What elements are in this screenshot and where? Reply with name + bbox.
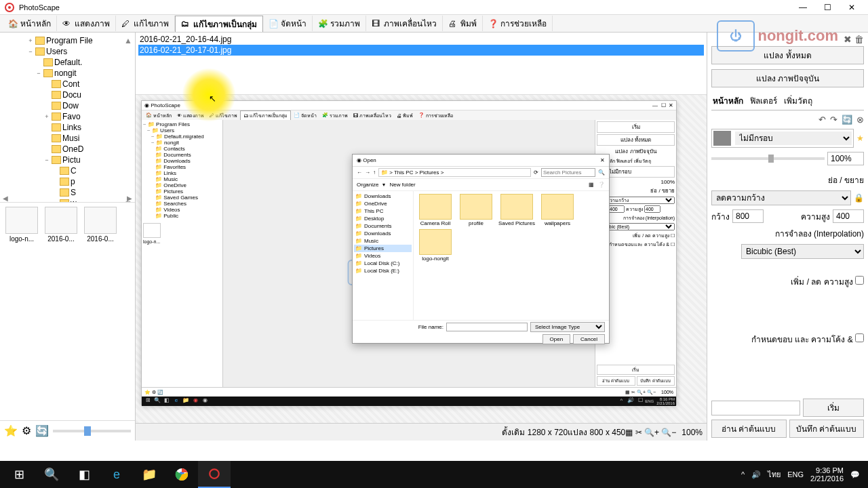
filename-input[interactable] [446,323,528,331]
search-icon[interactable]: 🔍 [598,169,605,176]
tray-lang[interactable]: ENG [787,470,804,479]
dialog-side-item[interactable]: 📁Desktop [354,215,412,222]
chrome-icon[interactable] [165,461,198,488]
delete-icon[interactable]: ✖ [844,34,852,45]
tree-node[interactable]: +Program File▲ [3,35,132,46]
tree-node[interactable]: −nongit [3,68,132,79]
dialog-side-item[interactable]: 📁This PC [354,207,412,215]
close-button[interactable]: ✕ [840,1,864,14]
dialog-side-item[interactable]: 📁Downloads [354,192,412,200]
dialog-file-item[interactable]: Camera Roll [416,194,454,226]
start-button[interactable]: เริ่ม [803,399,864,417]
resize-mode-select[interactable]: ลดความกว้าง [711,190,851,205]
trash-icon[interactable]: 🗑 [854,34,864,45]
tree-node[interactable]: Cont [3,79,132,89]
tab-combine[interactable]: 🧩รวมภาพ [313,16,366,31]
zoomin-icon[interactable]: 🔍+ [644,428,659,437]
queue-file-row[interactable]: 2016-02-21_20-17-01.jpg [138,45,704,56]
undo-icon[interactable]: ↶ [818,115,826,125]
tree-node[interactable]: Dow [3,100,132,111]
thumbnail[interactable]: logo-n... [4,207,39,243]
save-preset-button[interactable]: บันทึก ค่าต้นแบบ [789,420,865,438]
dialog-side-item[interactable]: 📁Downloads [354,230,412,237]
filetype-select[interactable]: Select Image Type [530,322,605,332]
opacity-slider[interactable] [711,157,825,160]
dialog-side-item[interactable]: 📁Pictures [354,245,412,252]
tray-chevron-icon[interactable]: ^ [741,470,745,479]
convert-current-button[interactable]: แปลง ภาพปัจจุบัน [711,69,864,87]
thumbnail[interactable]: 2016-0... [83,207,118,243]
tree-node[interactable]: Links [3,122,132,133]
tree-node[interactable]: OneD [3,144,132,155]
edge-icon[interactable]: e [100,461,133,488]
zoomout-icon[interactable]: 🔍− [661,428,676,437]
dialog-close-icon[interactable]: ✕ [600,157,605,163]
tab-viewer[interactable]: 👁แสดงภาพ [57,16,116,31]
tray-clock[interactable]: 9:36 PM 2/21/2016 [810,466,844,483]
tab-animation[interactable]: 🎞ภาพเคลื่อนไหว [366,16,443,31]
reset-icon[interactable]: ⊗ [856,115,864,125]
fit-icon[interactable]: ▦ [625,428,633,437]
minimize-button[interactable]: — [791,1,815,14]
tree-node[interactable]: C [3,165,132,176]
dialog-file-item[interactable]: logo-nongit [416,229,454,262]
queue-file-row[interactable]: 2016-02-21_20-16-44.jpg [138,34,704,45]
dialog-side-item[interactable]: 📁Documents [354,222,412,230]
redo-icon[interactable]: ↷ [830,115,837,125]
tab-help[interactable]: ❓การช่วยเหลือ [483,16,553,31]
tab-batch-editor[interactable]: 🗂แก้ไขภาพเป็นกลุ่ม [175,16,263,32]
maximize-button[interactable]: ☐ [815,1,840,14]
newfolder-button[interactable]: New folder [389,182,415,188]
addsub-checkbox[interactable] [855,276,864,285]
tab-page[interactable]: 📄จัดหน้า [263,16,313,31]
reload-icon[interactable]: 🔄 [842,115,852,125]
dialog-side-item[interactable]: 📁Videos [354,252,412,260]
height-input[interactable] [833,209,864,223]
tab-editor[interactable]: 🖊แก้ไขภาพ [116,16,175,31]
preset-name-input[interactable] [711,401,800,415]
queue-file-list[interactable]: 2016-02-21_20-16-44.jpg2016-02-21_20-17-… [136,33,707,95]
view-icon[interactable]: ▦ [589,182,594,188]
favorite-icon[interactable]: ★ [856,134,864,143]
rtab-object[interactable]: เพิ่มวัตถุ [784,94,812,107]
nav-fwd-icon[interactable]: → [365,169,370,176]
tree-node[interactable]: Musi [3,133,132,144]
tree-node[interactable]: +Favo [3,111,132,122]
refresh-icon[interactable]: ⟳ [534,169,538,176]
organize-button[interactable]: Organize [357,182,378,188]
photoscape-task-icon[interactable] [198,461,231,488]
explorer-icon[interactable]: 📁 [133,461,165,488]
tray-notification-icon[interactable]: 💬 [850,470,860,479]
thumbnail[interactable]: 2016-0... [43,207,79,243]
dialog-open-button[interactable]: Open [542,334,571,344]
thumb-size-slider[interactable] [53,430,131,432]
dialog-side-item[interactable]: 📁Music [354,237,412,245]
tree-node[interactable]: p [3,176,132,187]
nav-back-icon[interactable]: ← [357,169,362,176]
tree-node[interactable]: Default. [3,57,132,68]
star-icon[interactable]: ⭐ [4,424,18,437]
tree-node[interactable]: −Pictu [3,155,132,165]
taskview-win[interactable]: ◧ [68,461,100,488]
tab-home[interactable]: 🏠หน้าหลัก [3,16,57,31]
dialog-file-item[interactable]: profile [457,194,495,226]
crop-icon[interactable]: ✂ [635,428,642,437]
nav-up-icon[interactable]: ↑ [373,169,376,176]
gear-icon[interactable]: ⚙ [22,424,31,437]
rtab-filter[interactable]: ฟิลเตอร์ [750,94,777,107]
tab-print[interactable]: 🖨พิมพ์ [443,16,483,31]
zoom-input[interactable] [827,152,864,165]
convert-all-button[interactable]: แปลง ทั้งหมด [711,46,864,64]
tree-node[interactable]: −Users [3,46,132,57]
start-button-win[interactable]: ⊞ [3,461,35,488]
dialog-search-input[interactable] [541,168,595,177]
dialog-cancel-button[interactable]: Cancel [573,334,605,344]
dialog-side-item[interactable]: 📁Local Disk (C:) [354,260,412,267]
dialog-side-item[interactable]: 📁OneDrive [354,200,412,207]
search-win[interactable]: 🔍 [35,461,68,488]
dialog-side-item[interactable]: 📁Local Disk (E:) [354,267,412,274]
tray-lang-short[interactable]: ไทย [768,468,781,481]
lock-icon[interactable]: 🔒 [854,193,864,203]
border-checkbox[interactable] [855,333,864,342]
rtab-main[interactable]: หน้าหลัก [713,94,743,107]
